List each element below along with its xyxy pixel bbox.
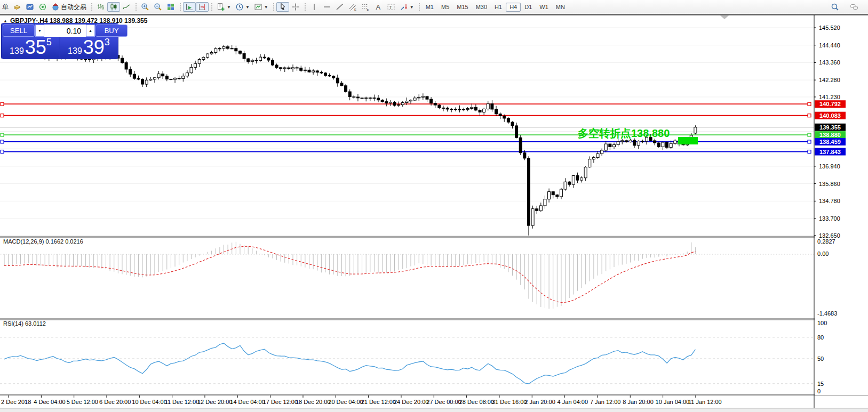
tile-windows-button[interactable]: [164, 2, 177, 12]
volume-increment-button[interactable]: ▲: [86, 25, 95, 37]
svg-text:7 Jan 12:00: 7 Jan 12:00: [590, 399, 621, 405]
annotation-box-object[interactable]: [678, 137, 698, 144]
zoom-out-button[interactable]: [152, 2, 164, 12]
svg-text:-1.4683: -1.4683: [817, 310, 837, 317]
fibonacci: F: [361, 3, 370, 11]
indicators-button[interactable]: ▼: [214, 2, 233, 12]
buy-button[interactable]: BUY: [95, 25, 128, 37]
svg-text:141.230: 141.230: [819, 94, 840, 100]
chart-canvas[interactable]: 145.520144.440143.360142.280141.230136.9…: [0, 0, 868, 412]
arrows-button[interactable]: ▼: [397, 2, 416, 12]
price-axis[interactable]: 145.520144.440143.360142.280141.230136.9…: [814, 15, 868, 408]
svg-text:11 Jan 12:00: 11 Jan 12:00: [688, 399, 722, 405]
text-label-button[interactable]: T: [385, 2, 397, 12]
timeframe-button-d1[interactable]: D1: [521, 3, 536, 12]
chart-shift-button[interactable]: [196, 2, 209, 12]
bar-chart-button[interactable]: [94, 2, 107, 12]
zoom-in-button[interactable]: [139, 2, 152, 12]
svg-text:12 Dec 20:00: 12 Dec 20:00: [197, 399, 232, 405]
timeframe-button-h1[interactable]: H1: [491, 3, 506, 12]
svg-text:144.440: 144.440: [819, 42, 840, 49]
annotation-text-object[interactable]: 多空转折点138.880: [578, 126, 670, 141]
toolbar-grip[interactable]: [210, 2, 213, 12]
template: [254, 3, 262, 11]
svg-text:20 Dec 04:00: 20 Dec 04:00: [328, 399, 363, 405]
svg-text:21 Dec 12:00: 21 Dec 12:00: [361, 399, 396, 405]
templates-button[interactable]: ▼: [252, 2, 270, 12]
toolbar-grip[interactable]: [179, 2, 181, 12]
svg-text:8 Jan 20:00: 8 Jan 20:00: [623, 399, 654, 405]
vertical-line-button[interactable]: [308, 2, 321, 12]
buy-price-prefix: 139: [68, 46, 82, 56]
crosshair-button[interactable]: [289, 2, 302, 12]
text-a: A: [374, 3, 383, 11]
chevron-down-icon: ▼: [410, 5, 414, 10]
svg-text:133.700: 133.700: [819, 215, 840, 222]
text-button[interactable]: A: [372, 2, 385, 12]
svg-text:145.520: 145.520: [819, 25, 840, 31]
svg-text:135.860: 135.860: [819, 181, 840, 187]
trendline-button[interactable]: [333, 2, 346, 12]
sell-price-big: 35: [25, 38, 46, 56]
autotrading-button[interactable]: 自动交易: [49, 2, 89, 12]
toolbar-grip[interactable]: [134, 2, 137, 12]
timeframe-button-m5[interactable]: M5: [437, 3, 453, 12]
channel: E: [348, 3, 357, 11]
cursor-button[interactable]: [276, 2, 289, 12]
tile-windows: [166, 3, 175, 11]
svg-text:138.880: 138.880: [819, 132, 841, 138]
chat-icon[interactable]: [848, 2, 861, 12]
new-order: [13, 3, 21, 11]
timeframe-button-m1[interactable]: M1: [422, 3, 437, 12]
autotrade: [51, 3, 60, 11]
svg-text:4 Dec 04:00: 4 Dec 04:00: [34, 399, 65, 405]
one-click-trading-panel: SELL ▼ ▲ BUY 139 35 5 139 39 3: [2, 23, 118, 59]
timeframe-button-mn[interactable]: MN: [552, 3, 569, 12]
line-chart-button[interactable]: [120, 2, 133, 12]
trendline: [336, 3, 344, 11]
svg-text:100: 100: [817, 320, 827, 326]
svg-text:80: 80: [817, 334, 824, 341]
fibonacci-button[interactable]: F: [359, 2, 372, 12]
arrows: [400, 3, 408, 11]
svg-text:10 Jan 04:00: 10 Jan 04:00: [656, 399, 690, 405]
toolbar-grip[interactable]: [418, 2, 420, 12]
news-icon[interactable]: [36, 2, 49, 12]
text-label: T: [387, 3, 395, 11]
svg-text:A: A: [376, 3, 380, 11]
new-order-icon[interactable]: [11, 2, 23, 12]
horizontal-line-button[interactable]: [321, 2, 333, 12]
svg-text:28 Dec 08:00: 28 Dec 08:00: [459, 399, 494, 405]
sell-button[interactable]: SELL: [3, 25, 35, 37]
volume-decrement-button[interactable]: ▼: [35, 25, 44, 37]
toolbar-grip[interactable]: [304, 2, 306, 12]
sell-price[interactable]: 139 35 5: [2, 37, 59, 58]
svg-text:27 Dec 00:00: 27 Dec 00:00: [426, 399, 461, 405]
svg-text:11 Dec 12:00: 11 Dec 12:00: [165, 399, 200, 405]
timeframe-button-m15[interactable]: M15: [453, 3, 472, 12]
svg-text:E: E: [354, 8, 356, 11]
bar-chart: [97, 3, 105, 11]
svg-text:F: F: [367, 9, 369, 12]
volume-input[interactable]: [44, 25, 86, 37]
toolbar-grip[interactable]: [272, 2, 275, 12]
svg-text:139.355: 139.355: [819, 124, 841, 131]
search-icon[interactable]: [829, 2, 841, 12]
svg-text:2 Dec 2018: 2 Dec 2018: [1, 399, 31, 405]
chevron-down-icon: ▼: [227, 5, 231, 10]
svg-text:0.00: 0.00: [817, 251, 829, 257]
collapse-icon[interactable]: ▲: [3, 19, 7, 23]
timeframe-button-w1[interactable]: W1: [536, 3, 552, 12]
chart-window-icon[interactable]: [23, 2, 36, 12]
timeframe-button-m30[interactable]: M30: [472, 3, 491, 12]
svg-text:0.2827: 0.2827: [817, 238, 835, 245]
candlestick-button[interactable]: [107, 2, 120, 12]
auto-scroll-button[interactable]: [183, 2, 196, 12]
periods-button[interactable]: ▼: [233, 2, 252, 12]
buy-price[interactable]: 139 39 3: [60, 37, 117, 58]
svg-text:142.280: 142.280: [819, 77, 840, 83]
toolbar-grip[interactable]: [90, 2, 93, 12]
mt4-window: { "toolbar": { "groups": [ {"name":"file…: [0, 0, 868, 412]
timeframe-button-h4[interactable]: H4: [506, 3, 521, 12]
channel-button[interactable]: E: [346, 2, 359, 12]
